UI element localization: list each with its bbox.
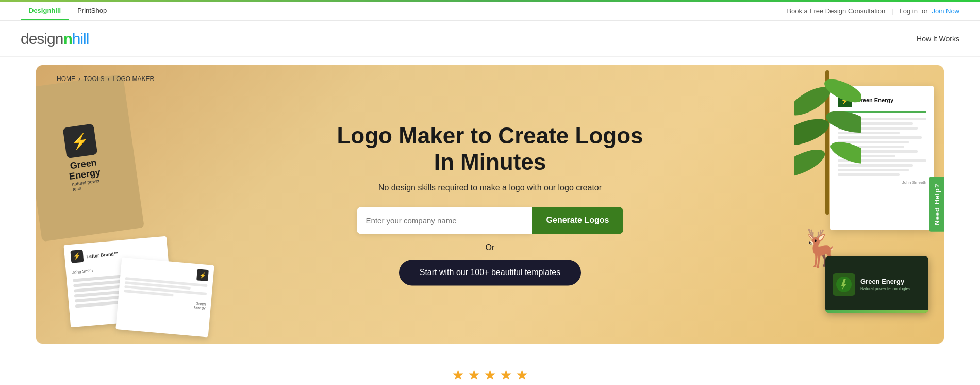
biz-text-block: Green Energy Natural power technologies: [860, 278, 910, 291]
hero-input-row: Generate Logos: [336, 207, 645, 234]
logo-hill: hill: [72, 30, 89, 47]
paper-mockup-2: ⚡ GreenEnergy: [115, 257, 214, 337]
biz-sub-text: Natural power technologies: [860, 286, 910, 291]
reviews-section: ★ ★ ★ ★ ★ Check out our customer reviews…: [0, 352, 980, 385]
hero-title: Logo Maker to Create Logos In Minutes: [336, 123, 645, 175]
star-4: ★: [500, 366, 512, 383]
or-divider: Or: [336, 244, 645, 253]
or-text: or: [922, 7, 928, 15]
logo-n: n: [63, 30, 72, 47]
tab-printshop[interactable]: PrintShop: [69, 3, 115, 20]
top-bar-right: Book a Free Design Consultation | Log in…: [787, 7, 959, 15]
how-it-works-link[interactable]: How It Works: [917, 35, 959, 43]
bag-logo-icon: ⚡: [63, 124, 98, 159]
need-help-tab[interactable]: Need Help?: [929, 177, 944, 232]
breadcrumb-sep2: ›: [107, 75, 109, 83]
main-nav: designnhill How It Works: [0, 21, 980, 57]
lh-brand-text: Green Energy: [856, 97, 893, 103]
top-bar: Designhill PrintShop Book a Free Design …: [0, 2, 980, 21]
breadcrumb-home[interactable]: HOME: [57, 75, 75, 83]
svg-point-6: [828, 138, 861, 168]
lightning-icon: ⚡: [70, 132, 90, 151]
logo[interactable]: designnhill: [21, 30, 89, 47]
paper-logo-1: ⚡: [70, 250, 84, 263]
pipe-divider: |: [891, 7, 893, 15]
star-5: ★: [516, 366, 528, 383]
svg-point-5: [794, 144, 828, 182]
templates-button[interactable]: Start with our 100+ beautiful templates: [399, 260, 582, 286]
hero-section: HOME › TOOLS › LOGO MAKER ⚡ Green Energy…: [36, 65, 944, 344]
generate-logos-button[interactable]: Generate Logos: [532, 207, 624, 234]
hero-left-decoration: ⚡ Green Energy natural power tech ⚡ Lett…: [36, 65, 232, 344]
biz-green-bar: [825, 310, 928, 313]
star-2: ★: [468, 366, 480, 383]
tab-designhill[interactable]: Designhill: [21, 3, 69, 20]
hero-content: Logo Maker to Create Logos In Minutes No…: [336, 123, 645, 285]
hero-subtitle: No design skills required to make a logo…: [336, 184, 645, 193]
biz-brand-name: Green Energy: [860, 278, 910, 285]
company-name-input[interactable]: [357, 207, 532, 234]
join-now-link[interactable]: Join Now: [932, 7, 959, 15]
star-1: ★: [452, 366, 464, 383]
top-bar-tabs: Designhill PrintShop: [21, 3, 115, 20]
biz-logo-icon: [833, 273, 855, 296]
breadcrumb-current: LOGO MAKER: [112, 75, 154, 83]
breadcrumb-tools[interactable]: TOOLS: [84, 75, 104, 83]
logo-design: design: [21, 30, 63, 47]
consultation-link[interactable]: Book a Free Design Consultation: [787, 7, 885, 15]
breadcrumb-sep1: ›: [78, 75, 80, 83]
plant-decoration: [794, 65, 861, 227]
login-link[interactable]: Log in: [900, 7, 918, 15]
star-3: ★: [484, 366, 496, 383]
stars-row: ★ ★ ★ ★ ★: [0, 366, 980, 383]
breadcrumb: HOME › TOOLS › LOGO MAKER: [57, 75, 154, 83]
hero-right-decoration: 🦌 ⚡ Green Energy John: [727, 65, 944, 344]
bag-mockup: ⚡ Green Energy natural power tech: [36, 74, 144, 242]
business-card-mockup: Green Energy Natural power technologies: [825, 256, 928, 313]
logo-text: designnhill: [21, 30, 89, 47]
